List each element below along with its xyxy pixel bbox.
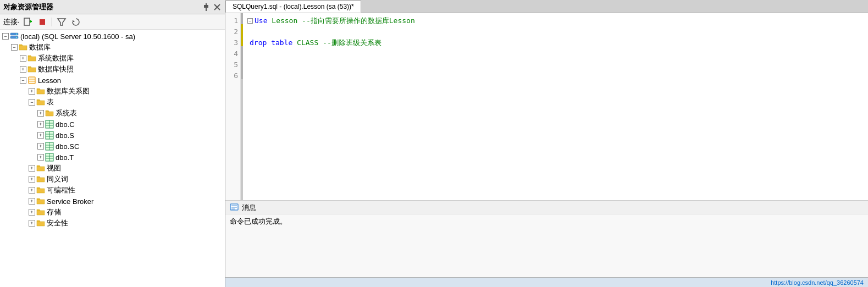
server-label: (local) (SQL Server 10.50.1600 - sa) <box>20 32 135 41</box>
tree-node-programmability[interactable]: + 可编程性 <box>0 185 225 196</box>
new-query-icon <box>23 17 33 27</box>
app-container: 对象资源管理器 <box>0 0 868 287</box>
svg-point-13 <box>16 34 17 35</box>
line-num-3: 3 <box>225 37 240 48</box>
prog-expand-icon[interactable]: + <box>29 187 35 194</box>
connect-label[interactable]: 连接· <box>3 17 20 27</box>
dbo-t-table-icon <box>45 153 54 162</box>
tree-node-storage[interactable]: + 存储 <box>0 207 225 218</box>
databases-folder-icon <box>19 43 27 52</box>
tree-node-synonyms[interactable]: + 同义词 <box>0 174 225 185</box>
views-expand-icon[interactable]: + <box>29 165 35 172</box>
explorer-toolbar: 连接· <box>0 14 225 30</box>
code-class: CLASS <box>297 38 323 47</box>
databases-collapse-icon[interactable]: − <box>11 44 18 51</box>
close-button[interactable] <box>213 3 222 12</box>
object-tree[interactable]: − (local) (SQL Server 10.50.1600 - sa) − <box>0 30 225 287</box>
code-line-2 <box>247 26 864 37</box>
filter-button[interactable] <box>56 16 68 28</box>
dbo-c-expand-icon[interactable]: + <box>37 121 44 128</box>
tree-node-db-snapshot[interactable]: + 数据库快照 <box>0 64 225 75</box>
code-line-3-content: drop table CLASS --删除班级关系表 <box>247 37 382 48</box>
svg-rect-15 <box>29 77 35 84</box>
refresh-icon <box>71 17 81 27</box>
lesson-db-collapse-icon[interactable]: − <box>20 77 26 84</box>
databases-label: 数据库 <box>29 42 51 52</box>
tables-label: 表 <box>47 97 54 107</box>
line-num-2: 2 <box>225 26 240 37</box>
stop-icon <box>37 17 47 27</box>
system-tables-label: 系统表 <box>56 108 77 118</box>
pin-button[interactable] <box>202 3 211 12</box>
dbo-t-label: dbo.T <box>56 153 74 162</box>
panel-title: 对象资源管理器 <box>3 2 53 12</box>
tree-node-views[interactable]: + 视图 <box>0 163 225 174</box>
query-tab-1[interactable]: SQLQuery1.sql - (local).Lesson (sa (53))… <box>225 1 361 13</box>
system-tables-folder-icon <box>45 109 54 118</box>
code-line-5 <box>247 59 864 70</box>
synonyms-expand-icon[interactable]: + <box>29 176 35 183</box>
code-line-6-content <box>247 70 252 81</box>
tree-node-security[interactable]: + 安全性 <box>0 218 225 229</box>
panel-controls <box>202 3 222 12</box>
views-label: 视图 <box>47 163 61 173</box>
prog-folder-icon <box>36 186 45 195</box>
system-dbs-expand-icon[interactable]: + <box>20 55 26 62</box>
service-broker-label: Service Broker <box>47 197 93 206</box>
dbo-c-label: dbo.C <box>56 120 75 129</box>
server-collapse-icon[interactable]: − <box>2 33 9 40</box>
dbo-t-expand-icon[interactable]: + <box>37 154 44 161</box>
code-line-1-content: Use Lesson --指向需要所操作的数据库Lesson <box>255 15 415 26</box>
code-line-4-content <box>247 48 252 59</box>
tree-node-lesson-db[interactable]: − Lesson <box>0 75 225 86</box>
close-icon <box>213 3 222 12</box>
storage-label: 存储 <box>47 207 61 217</box>
security-folder-icon <box>36 219 45 228</box>
query-editor-panel: SQLQuery1.sql - (local).Lesson (sa (53))… <box>225 0 868 287</box>
tables-folder-icon <box>36 98 45 107</box>
tree-node-dbo-sc[interactable]: + dbo.SC <box>0 141 225 152</box>
synonyms-label: 同义词 <box>47 174 68 184</box>
tree-node-server[interactable]: − (local) (SQL Server 10.50.1600 - sa) <box>0 31 225 42</box>
fold-indicator-1[interactable]: − <box>247 18 253 24</box>
tree-node-db-diagram[interactable]: + 数据库关系图 <box>0 86 225 97</box>
tree-node-databases[interactable]: − 数据库 <box>0 42 225 53</box>
tree-node-dbo-t[interactable]: + dbo.T <box>0 152 225 163</box>
dbo-s-expand-icon[interactable]: + <box>37 132 44 139</box>
security-label: 安全性 <box>47 218 68 228</box>
code-line-4 <box>247 48 864 59</box>
db-diagram-folder-icon <box>36 87 45 96</box>
tree-node-dbo-c[interactable]: + dbo.C <box>0 119 225 130</box>
dbo-s-label: dbo.S <box>56 131 74 140</box>
db-snapshot-expand-icon[interactable]: + <box>20 66 26 73</box>
editor-area[interactable]: 1 2 3 4 5 6 <box>225 13 868 200</box>
line-num-5: 5 <box>225 59 240 70</box>
stop-button[interactable] <box>36 16 48 28</box>
system-dbs-folder-icon <box>27 54 36 63</box>
code-area[interactable]: − Use Lesson --指向需要所操作的数据库Lesson <box>243 13 868 200</box>
db-diagram-label: 数据库关系图 <box>47 86 90 96</box>
refresh-button[interactable] <box>70 16 82 28</box>
tables-collapse-icon[interactable]: − <box>29 99 35 106</box>
db-diagram-expand-icon[interactable]: + <box>29 88 35 95</box>
dbo-sc-expand-icon[interactable]: + <box>37 143 44 150</box>
tree-node-service-broker[interactable]: + Service Broker <box>0 196 225 207</box>
tree-node-system-tables[interactable]: + 系统表 <box>0 108 225 119</box>
views-folder-icon <box>36 164 45 173</box>
service-broker-expand-icon[interactable]: + <box>29 198 35 205</box>
svg-rect-1 <box>204 5 208 8</box>
system-tables-expand-icon[interactable]: + <box>37 110 44 117</box>
service-broker-folder-icon <box>36 197 45 206</box>
db-snapshot-label: 数据库快照 <box>38 64 74 74</box>
tree-node-tables[interactable]: − 表 <box>0 97 225 108</box>
status-link[interactable]: https://blog.csdn.net/qq_36260574 <box>771 279 864 286</box>
tree-node-dbo-s[interactable]: + dbo.S <box>0 130 225 141</box>
security-expand-icon[interactable]: + <box>29 220 35 227</box>
lesson-db-label: Lesson <box>38 76 61 85</box>
tree-node-system-dbs[interactable]: + 系统数据库 <box>0 53 225 64</box>
storage-expand-icon[interactable]: + <box>29 209 35 216</box>
indicator-bar <box>241 13 243 200</box>
svg-rect-8 <box>40 19 45 25</box>
new-query-button[interactable] <box>22 16 34 28</box>
code-line-5-content <box>247 59 252 70</box>
